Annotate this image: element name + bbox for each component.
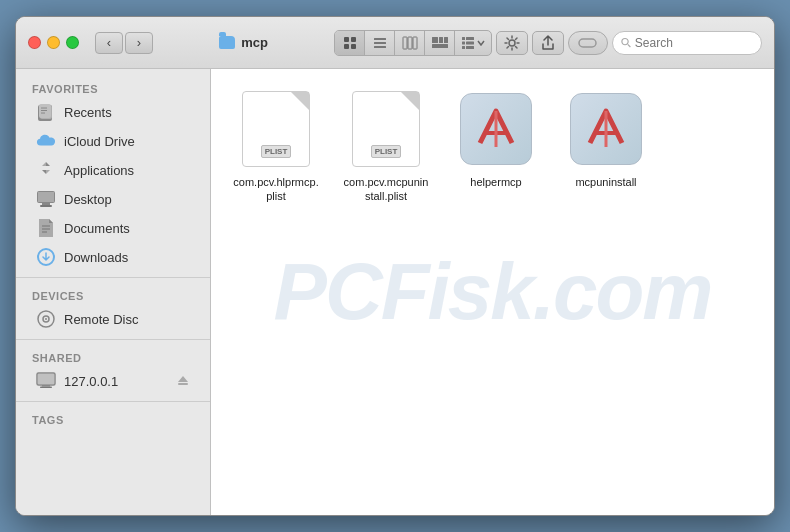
window-title-area: mcp: [161, 35, 326, 50]
svg-rect-21: [579, 39, 596, 47]
helpermcp-name: helpermcp: [470, 175, 521, 189]
helpermcp-icon-wrapper: [456, 89, 536, 169]
plist1-icon-wrapper: PLIST: [236, 89, 316, 169]
search-input[interactable]: [635, 36, 753, 50]
svg-rect-13: [432, 44, 448, 48]
sidebar-item-icloud[interactable]: iCloud Drive: [20, 127, 206, 155]
sidebar-item-downloads[interactable]: Downloads: [20, 243, 206, 271]
svg-rect-45: [178, 383, 188, 385]
helpermcp-icon-svg: [470, 103, 522, 155]
favorites-section-label: Favorites: [16, 77, 210, 97]
mcpuninstall-name: mcpuninstall: [575, 175, 636, 189]
share-button[interactable]: [532, 31, 564, 55]
svg-rect-5: [374, 42, 386, 44]
toolbar-right: [334, 30, 762, 56]
svg-rect-7: [403, 37, 407, 49]
sidebar-item-documents[interactable]: Documents: [20, 214, 206, 242]
recents-icon: [36, 102, 56, 122]
tag-button[interactable]: [568, 31, 608, 55]
downloads-label: Downloads: [64, 250, 128, 265]
search-bar[interactable]: [612, 31, 762, 55]
forward-button[interactable]: ›: [125, 32, 153, 54]
applications-label: Applications: [64, 163, 134, 178]
plist2-icon-wrapper: PLIST: [346, 89, 426, 169]
desktop-icon: [36, 189, 56, 209]
tags-section-label: Tags: [16, 408, 210, 428]
desktop-label: Desktop: [64, 192, 112, 207]
maximize-button[interactable]: [66, 36, 79, 49]
sidebar-item-desktop[interactable]: Desktop: [20, 185, 206, 213]
view-buttons: [334, 30, 492, 56]
file-item-helpermcp[interactable]: helpermcp: [451, 89, 541, 204]
file-item-mcpuninstall[interactable]: mcpuninstall: [561, 89, 651, 204]
downloads-icon: [36, 247, 56, 267]
close-button[interactable]: [28, 36, 41, 49]
back-button[interactable]: ‹: [95, 32, 123, 54]
svg-rect-2: [344, 44, 349, 49]
divider-1: [16, 277, 210, 278]
svg-point-40: [45, 318, 47, 320]
divider-2: [16, 339, 210, 340]
file-item-plist1[interactable]: PLIST com.pcv.hlprmcp.plist: [231, 89, 321, 204]
icloud-icon: [36, 131, 56, 151]
mcpuninstall-icon-wrapper: [566, 89, 646, 169]
tag-icon: [578, 37, 598, 49]
documents-label: Documents: [64, 221, 130, 236]
file-area: PCFisk.com PLIST com.pcv.hlprmcp.plist P…: [211, 69, 774, 515]
gallery-view-icon: [431, 36, 449, 50]
title-bar: ‹ › mcp: [16, 17, 774, 69]
svg-rect-6: [374, 46, 386, 48]
gear-icon: [504, 35, 520, 51]
plist1-name: com.pcv.hlprmcp.plist: [233, 175, 318, 204]
icon-view-button[interactable]: [335, 31, 365, 55]
svg-point-22: [622, 38, 628, 44]
sidebar-item-applications[interactable]: Applications: [20, 156, 206, 184]
svg-rect-17: [466, 41, 474, 44]
share-icon: [541, 35, 555, 51]
eject-button[interactable]: [176, 373, 190, 390]
dropdown-arrow-icon: [477, 39, 485, 47]
svg-rect-44: [40, 387, 52, 389]
svg-rect-19: [466, 46, 474, 49]
svg-rect-8: [408, 37, 412, 49]
watermark: PCFisk.com: [274, 246, 712, 338]
helpermcp-icon: [460, 93, 532, 165]
gallery-view-button[interactable]: [425, 31, 455, 55]
list-view-icon: [373, 36, 387, 50]
monitor-icon: [36, 371, 56, 391]
svg-rect-43: [42, 385, 50, 387]
finder-window: ‹ › mcp: [15, 16, 775, 516]
minimize-button[interactable]: [47, 36, 60, 49]
sidebar-item-network[interactable]: 127.0.0.1: [20, 367, 206, 395]
plist1-badge: PLIST: [261, 145, 292, 158]
svg-line-23: [628, 44, 631, 47]
svg-rect-3: [351, 44, 356, 49]
svg-rect-31: [38, 192, 54, 202]
column-view-button[interactable]: [395, 31, 425, 55]
devices-section-label: Devices: [16, 284, 210, 304]
svg-rect-33: [40, 205, 52, 207]
sidebar-item-remote-disc[interactable]: Remote Disc: [20, 305, 206, 333]
applications-icon: [36, 160, 56, 180]
shared-section-label: Shared: [16, 346, 210, 366]
recents-label: Recents: [64, 105, 112, 120]
sidebar-item-recents[interactable]: Recents: [20, 98, 206, 126]
svg-rect-15: [466, 37, 474, 40]
svg-rect-4: [374, 38, 386, 40]
sort-view-button[interactable]: [455, 31, 491, 55]
plist1-icon: PLIST: [242, 91, 310, 167]
icon-view-icon: [343, 36, 357, 50]
sidebar: Favorites Recents: [16, 69, 211, 515]
svg-rect-14: [462, 37, 465, 40]
remote-disc-label: Remote Disc: [64, 312, 138, 327]
divider-3: [16, 401, 210, 402]
action-button[interactable]: [496, 31, 528, 55]
svg-rect-1: [351, 37, 356, 42]
mcpuninstall-icon-svg: [580, 103, 632, 155]
svg-rect-16: [462, 41, 465, 44]
column-view-icon: [402, 36, 418, 50]
list-view-button[interactable]: [365, 31, 395, 55]
plist2-icon: PLIST: [352, 91, 420, 167]
file-item-plist2[interactable]: PLIST com.pcv.mcpuninstall.plist: [341, 89, 431, 204]
content-area: Favorites Recents: [16, 69, 774, 515]
